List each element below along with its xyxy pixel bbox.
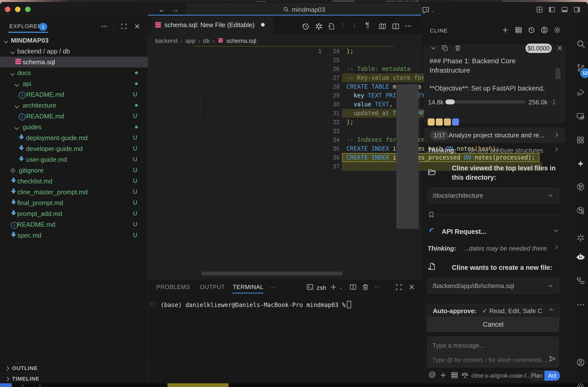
extensions-icon[interactable]	[576, 136, 585, 144]
sparkle-icon[interactable]	[576, 159, 585, 168]
cancel-button[interactable]: Cancel	[427, 317, 559, 332]
split-terminal-icon[interactable]	[349, 283, 357, 291]
tree-item-user-guide-md[interactable]: user-guide.mdU	[0, 154, 148, 165]
terminal-more-icon[interactable]: ···	[374, 283, 380, 290]
code-line-30[interactable]: 30 value TEXT,	[148, 100, 397, 109]
mcp-servers-icon[interactable]	[451, 371, 459, 379]
collapse-task-icon[interactable]	[430, 44, 437, 52]
chevron-right-icon[interactable]	[553, 131, 560, 138]
code-line-29[interactable]: 29 key TEXT PRIMARY KEY,	[148, 91, 397, 100]
tab-title[interactable]: schema.sql: New File (Editable)	[165, 21, 255, 29]
tree-item-final-prompt-md[interactable]: final_prompt.mdU	[0, 197, 148, 208]
chevron-down-icon[interactable]	[552, 227, 560, 234]
chat-sparkle-icon[interactable]	[421, 6, 430, 14]
remote-icon[interactable]	[576, 112, 585, 121]
tree-item-api[interactable]: api	[0, 78, 148, 89]
tree-item-readme-md[interactable]: iREADME.mdU	[0, 111, 148, 122]
timeline-section[interactable]: TIMELINE	[0, 373, 148, 384]
tab-modified-dot[interactable]	[261, 23, 265, 27]
focus-view-icon[interactable]	[120, 23, 127, 30]
tree-item-docs[interactable]: docs	[0, 67, 148, 78]
zoom-window-button[interactable]	[25, 7, 31, 12]
pilcrow-icon[interactable]: ¶	[365, 21, 369, 29]
tree-item-readme-md[interactable]: iREADME.mdU	[0, 89, 148, 100]
robot-icon[interactable]	[576, 253, 585, 262]
file-chip[interactable]	[428, 118, 435, 125]
panel-tab-output[interactable]: OUTPUT	[200, 284, 225, 290]
nav-back-icon[interactable]: ←	[158, 5, 166, 14]
terminal-prompt[interactable]: (base) danielkliewer@Daniels-MacBook-Pro…	[161, 301, 351, 308]
mention-icon[interactable]: @	[428, 370, 436, 379]
arrow-down-icon[interactable]: ↓	[353, 21, 356, 29]
tree-item-spec-md[interactable]: spec.mdU	[0, 230, 148, 241]
tree-item-readme-md[interactable]: iREADME.mdU	[0, 219, 148, 230]
create-path-select[interactable]: /backend/app/db/schema.sql	[427, 278, 559, 293]
code-line-34[interactable]: 34-- Indexes for performance	[148, 135, 397, 144]
tree-item-cline-master-prompt-md[interactable]: cline_master_prompt.mdU	[0, 187, 148, 197]
tree-item-schema-sql[interactable]: schema.sql	[0, 57, 148, 67]
code-line-32[interactable]: 32);	[148, 118, 397, 126]
layout-sidebar-left-icon[interactable]	[548, 6, 555, 13]
chevron-up-icon[interactable]	[548, 306, 554, 313]
nav-forward-icon[interactable]: →	[172, 5, 179, 14]
model-selector[interactable]: cline:x-ai/grok-code-f...	[471, 372, 531, 379]
tree-item-mindmap03[interactable]: MINDMAP03	[0, 35, 148, 46]
breadcrumb-item[interactable]: backend	[155, 38, 178, 44]
code-line-28[interactable]: 28CREATE TABLE metadata (	[148, 82, 397, 91]
copy-task-icon[interactable]	[441, 44, 449, 52]
file-chip[interactable]	[436, 118, 443, 125]
map-icon[interactable]	[378, 22, 387, 31]
layout-grid-icon[interactable]	[536, 6, 543, 13]
tree-item-deployment-guide-md[interactable]: deployment-guide.mdU	[0, 132, 148, 143]
openai-icon[interactable]	[315, 22, 323, 31]
layout-sidebar-right-icon[interactable]	[573, 6, 581, 13]
minimize-window-button[interactable]	[15, 7, 21, 12]
code-line-35[interactable]: 35CREATE INDEX idx_notes_hash ON notes(h…	[148, 144, 397, 153]
delete-task-icon[interactable]	[454, 44, 462, 52]
chevron-right-icon[interactable]	[553, 146, 560, 153]
chevron-down-icon[interactable]: ⌄	[431, 8, 435, 13]
more-icon[interactable]	[576, 300, 585, 309]
nodes-icon[interactable]	[576, 276, 585, 285]
viewed-path-select[interactable]: /docs/architecture	[427, 188, 559, 203]
plus-icon[interactable]	[501, 26, 509, 34]
more-icon[interactable]	[404, 22, 412, 30]
openai-icon[interactable]	[576, 233, 585, 242]
split-icon[interactable]	[392, 22, 400, 31]
plan-mode-button[interactable]: Plan	[529, 371, 545, 381]
code-line-31[interactable]: 31 updated_at TIMESTAMP DEFAULT CURRENT_…	[148, 109, 397, 118]
search-icon[interactable]	[576, 39, 586, 49]
account-icon[interactable]	[576, 358, 585, 367]
close-sidebar-icon[interactable]	[133, 23, 141, 30]
history-icon[interactable]	[527, 26, 535, 34]
code-line-26[interactable]: 26-- Table: metadata	[148, 64, 397, 73]
server-list-icon[interactable]	[515, 26, 523, 34]
plan-act-toggle[interactable]: Plan Act	[529, 370, 560, 381]
cline-divider[interactable]	[421, 15, 421, 383]
more-actions-icon[interactable]	[101, 23, 108, 30]
settings-icon[interactable]	[576, 382, 585, 387]
outline-section[interactable]: OUTLINE	[0, 363, 148, 373]
shell-label[interactable]: zsh	[317, 284, 326, 291]
close-window-button[interactable]	[5, 7, 10, 12]
breadcrumb-item[interactable]: db	[203, 38, 210, 44]
send-icon[interactable]	[548, 354, 556, 363]
act-mode-button[interactable]: Act	[545, 371, 560, 381]
page-export-icon[interactable]	[327, 22, 335, 31]
tree-item-developer-guide-md[interactable]: developer-guide.mdU	[0, 143, 148, 154]
account-icon[interactable]	[541, 26, 548, 34]
maximize-panel-icon[interactable]	[395, 283, 403, 291]
panel-tab-terminal[interactable]: TERMINAL	[233, 284, 263, 290]
chevron-down-icon[interactable]: ⌄	[339, 285, 342, 290]
command-center-search[interactable]: mindmap03	[186, 4, 421, 16]
tree-item-guides[interactable]: guides	[0, 122, 148, 132]
kill-terminal-icon[interactable]	[361, 283, 369, 291]
explorer-title[interactable]: EXPLORER	[9, 23, 42, 30]
editor-scrollbar[interactable]	[397, 84, 419, 229]
bookmark-icon[interactable]	[427, 211, 435, 219]
code-line-25[interactable]: 25	[148, 56, 397, 64]
editor-horizontal-scrollbar[interactable]	[201, 271, 343, 275]
settings-icon[interactable]	[553, 26, 561, 34]
code-line-24[interactable]: 124);	[148, 47, 397, 56]
chevron-right-icon[interactable]	[553, 244, 560, 251]
